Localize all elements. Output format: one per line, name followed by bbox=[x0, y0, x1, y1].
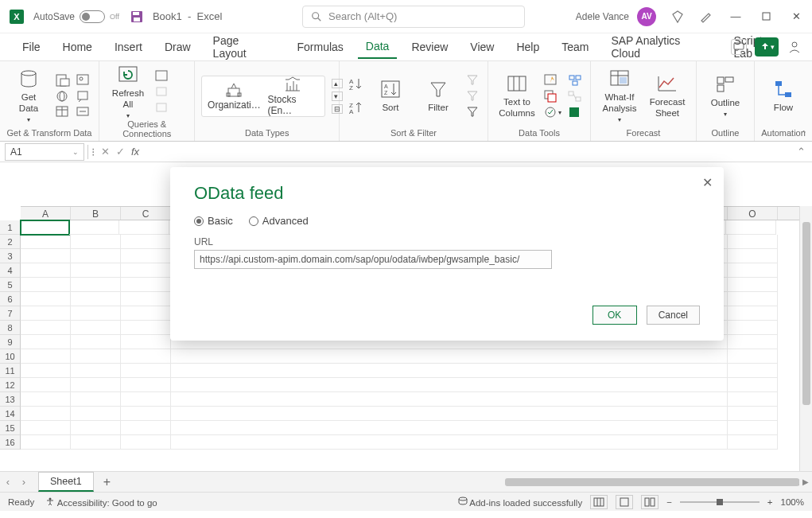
url-label: URL bbox=[194, 236, 700, 247]
radio-advanced[interactable]: Advanced bbox=[249, 215, 309, 227]
radio-basic[interactable]: Basic bbox=[194, 215, 233, 227]
dialog-overlay: ✕ OData feed Basic Advanced URL OK Cance… bbox=[0, 0, 812, 518]
dialog-close-button[interactable]: ✕ bbox=[702, 175, 713, 190]
odata-feed-dialog: ✕ OData feed Basic Advanced URL OK Cance… bbox=[170, 167, 724, 341]
cancel-button[interactable]: Cancel bbox=[647, 306, 700, 325]
url-input[interactable] bbox=[194, 250, 552, 269]
ok-button[interactable]: OK bbox=[592, 306, 637, 325]
dialog-title: OData feed bbox=[194, 183, 700, 204]
